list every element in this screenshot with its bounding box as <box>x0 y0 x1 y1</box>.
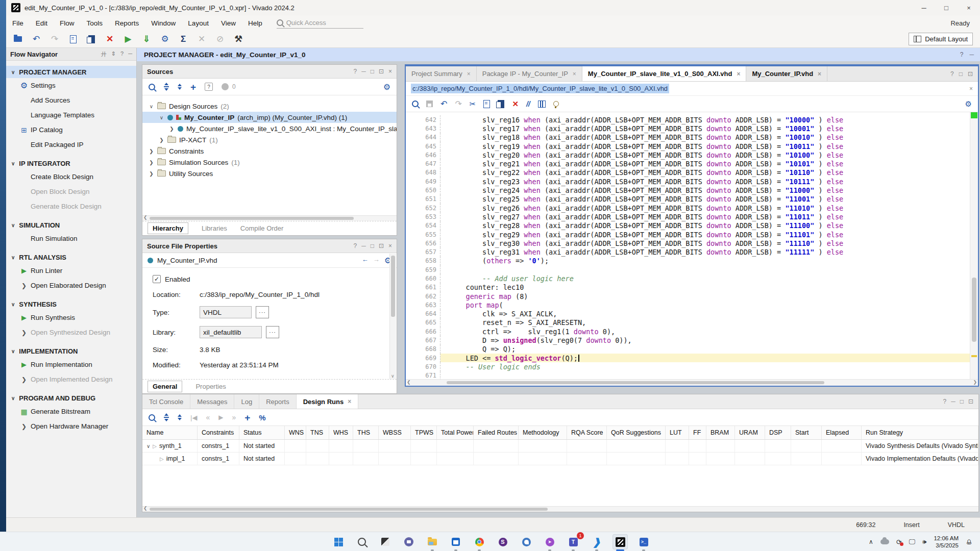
report-sigma-icon[interactable]: Σ <box>176 33 191 46</box>
code-line-643[interactable]: 643 slv_reg17 when (axi_araddr(ADDR_LSB+… <box>406 124 970 133</box>
column-total-power[interactable]: Total Power <box>437 426 474 439</box>
flow-section-simulation[interactable]: ∨SIMULATION <box>6 219 136 231</box>
find-icon[interactable] <box>412 101 419 107</box>
undo-icon[interactable]: ↶ <box>440 99 447 109</box>
column-tpws[interactable]: TPWS <box>411 426 437 439</box>
code-line-648[interactable]: 648 slv_reg22 when (axi_araddr(ADDR_LSB+… <box>406 168 970 177</box>
code-line-660[interactable]: 660 -- Add user logic here <box>406 274 970 283</box>
expand-icon[interactable]: ❯ <box>149 148 154 154</box>
wrench-icon[interactable]: ⚒ <box>231 33 246 46</box>
forward-icon[interactable]: → <box>373 256 380 265</box>
tab-general[interactable]: General <box>148 381 182 392</box>
flow-item-open-elaborated-design[interactable]: ❯Open Elaborated Design <box>6 278 136 293</box>
toggle-comment-icon[interactable]: // <box>526 100 530 108</box>
editor-tab-my-counter-ip-vhd[interactable]: My_Counter_IP.vhd× <box>746 66 827 81</box>
flow-item-run-synthesis[interactable]: ▶Run Synthesis <box>6 310 136 325</box>
flow-section-program-and-debug[interactable]: ∨PROGRAM AND DEBUG <box>6 392 136 404</box>
code-line-659[interactable]: 659 <box>406 265 970 274</box>
taskbar-vivado-icon[interactable] <box>612 534 628 549</box>
taskbar-terminal-icon[interactable]: >_ <box>636 534 651 549</box>
tab-tcl-console[interactable]: Tcl Console <box>142 394 190 409</box>
flow-item-run-linter[interactable]: ▶Run Linter <box>6 263 136 278</box>
taskbar-file-explorer-icon[interactable] <box>425 534 440 549</box>
code-line-654[interactable]: 654 slv_reg28 when (axi_araddr(ADDR_LSB+… <box>406 221 970 230</box>
column-ths[interactable]: THS <box>353 426 379 439</box>
sync-alert-icon[interactable]: ⟳ <box>896 538 902 546</box>
flow-item-generate-bitstream[interactable]: ▦Generate Bitstream <box>6 404 136 419</box>
code-line-671[interactable]: 671 <box>406 371 970 379</box>
flow-item-language-templates[interactable]: Language Templates <box>6 108 136 122</box>
ellipsis-button[interactable]: ··· <box>266 326 279 338</box>
code-line-666[interactable]: 666 ctrl => slv_reg1(1 downto 0), <box>406 327 970 336</box>
column-bram[interactable]: BRAM <box>706 426 735 439</box>
tab-hierarchy[interactable]: Hierarchy <box>148 222 188 234</box>
expand-all-icon[interactable] <box>178 414 182 420</box>
menu-tools[interactable]: Tools <box>81 15 109 31</box>
code-line-658[interactable]: 658 (others => '0'); <box>406 257 970 265</box>
column-tns[interactable]: TNS <box>306 426 329 439</box>
collapse-all-icon[interactable] <box>164 413 169 421</box>
block-select-icon[interactable] <box>538 101 546 108</box>
menu-help[interactable]: Help <box>242 15 268 31</box>
close-tab-icon[interactable]: × <box>573 70 576 78</box>
properties-header[interactable]: Source File Properties ? ─ □ ⊡ × <box>142 239 397 253</box>
menu-view[interactable]: View <box>215 15 242 31</box>
tab-properties[interactable]: Properties <box>195 383 226 390</box>
tab-design-runs[interactable]: Design Runs× <box>297 394 358 409</box>
menu-layout[interactable]: Layout <box>182 15 215 31</box>
close-panel-icon[interactable]: × <box>388 68 392 75</box>
quick-access-search[interactable]: Quick Access <box>277 17 363 29</box>
flow-item-edit-packaged-ip[interactable]: Edit Packaged IP <box>6 137 136 152</box>
generate-bitstream-icon[interactable]: ⇓ <box>139 33 154 46</box>
taskbar-start-icon[interactable] <box>331 534 346 549</box>
editor-tab-project-summary[interactable]: Project Summary× <box>406 66 477 81</box>
copy-icon[interactable] <box>65 33 81 46</box>
collapse-icon[interactable]: ∨ <box>146 443 150 449</box>
minimize-panel-icon[interactable]: ─ <box>128 51 132 58</box>
help-icon[interactable]: ? <box>960 51 964 58</box>
flow-item-create-block-design[interactable]: Create Block Design <box>6 169 136 184</box>
maximize-panel-icon[interactable]: □ <box>959 70 963 78</box>
editor-tab-my-counter-ip-slave-lite-v1-0-s00-axi-vh[interactable]: My_Counter_IP_slave_lite_v1_0_S00_AXI.vh… <box>582 66 747 81</box>
collapse-icon[interactable]: ∨ <box>149 104 154 109</box>
code-line-665[interactable]: 665 reset_n => S_AXI_ARESETN, <box>406 318 970 327</box>
tree-item-utility-sources[interactable]: ❯Utility Sources <box>142 168 397 179</box>
run-row-impl_1[interactable]: ▷impl_1constrs_1Not startedVivado Implem… <box>142 453 978 465</box>
taskbar-search-icon[interactable] <box>354 534 370 549</box>
column-ff[interactable]: FF <box>689 426 706 439</box>
code-line-653[interactable]: 653 slv_reg27 when (axi_araddr(ADDR_LSB+… <box>406 212 970 221</box>
column-methodology[interactable]: Methodology <box>519 426 567 439</box>
close-tab-icon[interactable]: × <box>348 398 351 405</box>
open-project-icon[interactable] <box>10 33 26 46</box>
column-constraints[interactable]: Constraints <box>198 426 239 439</box>
search-icon[interactable] <box>149 414 155 421</box>
expand-all-icon[interactable] <box>178 84 182 90</box>
collapse-panel-icon[interactable]: ─ <box>969 51 974 58</box>
close-tab-icon[interactable]: × <box>467 70 471 78</box>
tab-libraries[interactable]: Libraries <box>202 224 227 232</box>
tree-item-my-counter-ip-slave-lite-v1-0-s00-axi-in[interactable]: ❯My_Counter_IP_slave_lite_v1_0_S00_AXI_i… <box>142 123 397 134</box>
taskbar-chat-icon[interactable] <box>401 534 416 549</box>
ellipsis-button[interactable]: ··· <box>256 306 269 318</box>
float-panel-icon[interactable]: ⊡ <box>379 68 384 75</box>
code-line-656[interactable]: 656 slv_reg30 when (axi_araddr(ADDR_LSB+… <box>406 239 970 247</box>
editor-hscrollbar[interactable]: ❮ ❯ <box>406 379 978 386</box>
taskbar-skype-icon[interactable]: S <box>495 534 510 549</box>
back-icon[interactable]: ← <box>362 256 369 265</box>
help-icon[interactable]: ? <box>353 242 357 249</box>
code-line-650[interactable]: 650 slv_reg24 when (axi_araddr(ADDR_LSB+… <box>406 186 970 194</box>
onedrive-icon[interactable] <box>880 539 889 544</box>
flow-section-project-manager[interactable]: ∨PROJECT MANAGER <box>6 66 136 78</box>
input-library[interactable]: xil_defaultlib <box>200 326 262 338</box>
help-icon[interactable]: ? <box>353 68 357 75</box>
sources-header[interactable]: Sources ? ─ □ ⊡ × <box>142 65 397 79</box>
code-line-655[interactable]: 655 slv_reg29 when (axi_araddr(ADDR_LSB+… <box>406 230 970 239</box>
sources-hscrollbar[interactable]: ❮ <box>142 215 397 221</box>
run-icon[interactable]: ▶ <box>120 33 136 46</box>
expand-all-icon[interactable]: ⇕ <box>111 51 116 58</box>
gear-icon[interactable]: ⚙ <box>965 99 972 109</box>
code-line-670[interactable]: 670 -- User logic ends <box>406 362 970 371</box>
volume-icon[interactable]: 🕪 <box>922 538 926 546</box>
column-whs[interactable]: WHS <box>329 426 353 439</box>
design-runs-hscrollbar[interactable]: ❮ <box>142 506 978 512</box>
